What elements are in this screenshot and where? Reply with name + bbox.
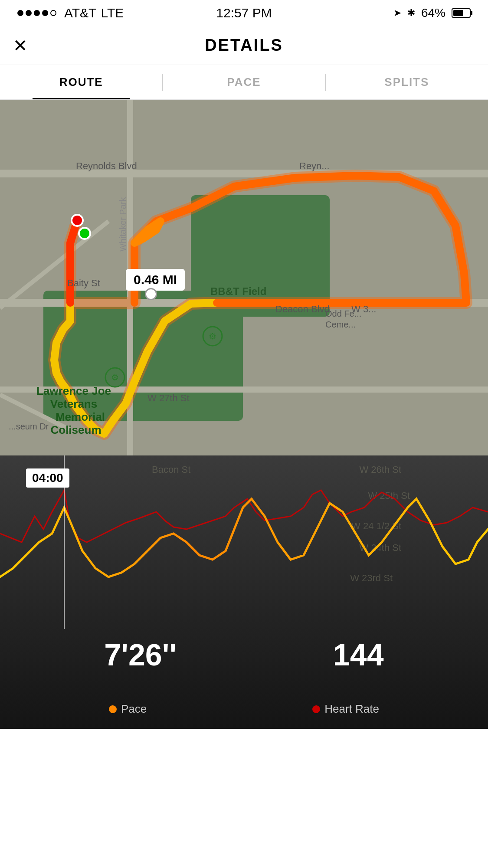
time-value: 04:00 — [32, 471, 63, 485]
distance-label: 0.46 MI — [126, 269, 185, 291]
app-header: ✕ DETAILS — [0, 26, 488, 65]
svg-text:Memorial: Memorial — [56, 410, 105, 423]
svg-text:Baity St: Baity St — [67, 278, 100, 288]
svg-text:⚙: ⚙ — [209, 331, 216, 341]
heart-rate-legend-dot — [312, 705, 320, 713]
svg-text:Lawrence Joe: Lawrence Joe — [36, 384, 111, 397]
chart-area[interactable]: W 26th St W 25th St W 24 1/2 St W 24th S… — [0, 455, 488, 729]
svg-text:Coliseum: Coliseum — [50, 423, 101, 436]
heart-rate-legend-label: Heart Rate — [324, 702, 379, 716]
page-title: DETAILS — [205, 36, 283, 55]
start-dot — [71, 214, 84, 227]
battery-percentage: 64% — [421, 6, 445, 20]
signal-dots — [17, 10, 56, 16]
end-dot — [78, 227, 91, 240]
time-tooltip: 04:00 — [26, 468, 69, 488]
signal-dot-4 — [42, 10, 48, 16]
carrier-label: AT&T — [64, 6, 96, 20]
pace-legend: Pace — [109, 702, 147, 716]
signal-dot-1 — [17, 10, 23, 16]
pace-legend-label: Pace — [121, 702, 147, 716]
heart-rate-stat: 144 — [333, 638, 384, 672]
svg-text:W 27th St: W 27th St — [147, 393, 190, 403]
status-time: 12:57 PM — [216, 6, 272, 20]
svg-text:Deacon Blvd: Deacon Blvd — [275, 304, 330, 314]
tab-bar: ROUTE PACE SPLITS — [0, 65, 488, 100]
svg-text:...seum Dr: ...seum Dr — [9, 422, 49, 431]
location-icon: ➤ — [393, 7, 401, 19]
legend-row: Pace Heart Rate — [0, 702, 488, 716]
close-button[interactable]: ✕ — [13, 37, 28, 54]
status-left: AT&T LTE — [17, 6, 124, 20]
status-right: ➤ ✱ 64% — [393, 6, 471, 20]
tab-splits[interactable]: SPLITS — [326, 65, 488, 99]
pace-legend-dot — [109, 705, 117, 713]
svg-text:Ceme...: Ceme... — [325, 320, 356, 329]
svg-text:Odd Fe...: Odd Fe... — [325, 309, 361, 318]
tab-pace[interactable]: PACE — [163, 65, 325, 99]
svg-text:Reynolds Blvd: Reynolds Blvd — [76, 160, 137, 171]
svg-text:Veterans: Veterans — [50, 397, 97, 410]
chart-svg — [0, 455, 488, 729]
svg-text:BB&T Field: BB&T Field — [210, 285, 266, 297]
svg-text:Whitaker Park: Whitaker Park — [118, 197, 128, 252]
signal-dot-5 — [50, 10, 56, 16]
svg-text:⚙: ⚙ — [111, 373, 119, 382]
network-label: LTE — [101, 6, 124, 20]
heart-rate-legend: Heart Rate — [312, 702, 379, 716]
map-area: Reynolds Blvd Reyn... Baity St BB&T Fiel… — [0, 100, 488, 455]
route-waypoint-marker — [145, 288, 157, 300]
pace-stat: 7'26'' — [104, 638, 177, 672]
tab-route[interactable]: ROUTE — [0, 65, 162, 99]
signal-dot-2 — [26, 10, 32, 16]
status-bar: AT&T LTE 12:57 PM ➤ ✱ 64% — [0, 0, 488, 26]
battery-fill — [453, 10, 463, 16]
stats-row: 7'26'' 144 — [0, 638, 488, 672]
battery-icon — [452, 8, 471, 18]
signal-dot-3 — [34, 10, 40, 16]
bluetooth-icon: ✱ — [407, 7, 415, 19]
map-svg: Reynolds Blvd Reyn... Baity St BB&T Fiel… — [0, 100, 488, 455]
svg-text:Reyn...: Reyn... — [299, 160, 330, 171]
